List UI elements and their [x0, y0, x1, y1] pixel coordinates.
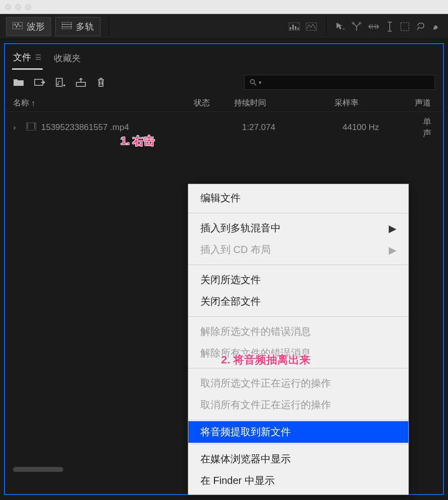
scroll-thumb[interactable]	[13, 467, 63, 472]
svg-point-21	[57, 84, 59, 85]
context-menu: 编辑文件 插入到多轨混音中▶ 插入到 CD 布局▶ 关闭所选文件 关闭全部文件 …	[188, 184, 409, 495]
svg-line-24	[254, 83, 256, 85]
menu-cancel-all-ops: 取消所有文件正在运行的操作	[188, 394, 408, 416]
menu-cancel-selected-ops: 取消所选文件正在运行的操作	[188, 372, 408, 394]
brush-tool-icon[interactable]	[432, 22, 442, 32]
expand-icon[interactable]: ›	[13, 122, 21, 133]
menu-show-in-finder[interactable]: 在 Finder 中显示	[188, 470, 408, 491]
svg-rect-27	[27, 126, 28, 127]
tab-files-label: 文件	[13, 51, 31, 63]
file-duration: 1:27.074	[242, 122, 343, 133]
window-titlebar	[0, 0, 448, 14]
waveform-mode-button[interactable]: 波形	[6, 17, 51, 36]
svg-rect-1	[62, 22, 72, 29]
files-panel: 文件 ☰ 收藏夹 ▾ 名称 ↑ 状态 持续时间 采样率 声道 › 1539523…	[4, 43, 444, 495]
main-toolbar: 波形 多轨 +	[0, 14, 448, 39]
move-tool-icon[interactable]: +	[335, 22, 346, 32]
sort-arrow-icon: ↑	[31, 99, 35, 108]
lasso-tool-icon[interactable]	[416, 22, 426, 32]
file-channels: 单声	[423, 116, 435, 139]
submenu-arrow-icon: ▶	[389, 222, 396, 234]
menu-separator	[188, 444, 408, 444]
file-name: 15395233861557 .mp4	[41, 122, 192, 133]
menu-clear-all-errors: 解除所有文件的错误消息	[188, 342, 408, 364]
menu-separator	[188, 420, 408, 420]
delete-icon[interactable]	[96, 77, 105, 87]
marquee-tool-icon[interactable]	[400, 22, 410, 32]
svg-rect-6	[292, 25, 294, 30]
panel-menu-icon[interactable]: ☰	[35, 53, 42, 61]
toolbar-divider	[108, 18, 109, 36]
new-file-icon[interactable]	[55, 77, 65, 87]
menu-insert-cd: 插入到 CD 布局▶	[188, 239, 408, 261]
svg-rect-8	[297, 28, 299, 30]
menu-separator	[188, 213, 408, 213]
tab-favorites-label: 收藏夹	[54, 52, 81, 64]
svg-rect-31	[34, 128, 35, 129]
video-file-icon	[26, 122, 36, 133]
svg-rect-29	[34, 123, 35, 124]
file-sample-rate: 44100 Hz	[343, 122, 423, 133]
search-icon	[250, 79, 257, 86]
svg-rect-18	[401, 23, 409, 31]
menu-clear-selected-errors: 解除所选文件的错误消息	[188, 321, 408, 342]
close-window-icon[interactable]	[5, 4, 11, 10]
time-selection-tool-icon[interactable]	[386, 21, 394, 32]
menu-separator	[188, 265, 408, 265]
menu-show-in-browser[interactable]: 在媒体浏览器中显示	[188, 448, 408, 470]
menu-edit-file[interactable]: 编辑文件	[188, 187, 408, 209]
file-row[interactable]: › 15395233861557 .mp4 1:27.074 44100 Hz …	[5, 112, 443, 143]
svg-point-23	[251, 80, 255, 84]
spectral-display-icon[interactable]	[289, 23, 300, 31]
minimize-window-icon[interactable]	[15, 4, 21, 10]
column-channels[interactable]: 声道	[415, 98, 435, 108]
submenu-arrow-icon: ▶	[389, 244, 396, 256]
column-status[interactable]: 状态	[194, 98, 234, 108]
pitch-display-icon[interactable]	[306, 23, 317, 31]
maximize-window-icon[interactable]	[25, 4, 31, 10]
menu-close-selected[interactable]: 关闭所选文件	[188, 269, 408, 291]
open-file-icon[interactable]	[13, 78, 24, 87]
column-name[interactable]: 名称 ↑	[13, 98, 194, 108]
svg-rect-5	[290, 27, 291, 30]
column-sample-rate[interactable]: 采样率	[334, 98, 415, 108]
column-duration[interactable]: 持续时间	[234, 98, 334, 108]
multitrack-mode-button[interactable]: 多轨	[55, 17, 100, 36]
tab-files[interactable]: 文件 ☰	[12, 48, 43, 70]
svg-rect-30	[34, 126, 35, 127]
menu-insert-multitrack[interactable]: 插入到多轨混音中▶	[188, 217, 408, 239]
menu-separator	[188, 316, 408, 317]
menu-close-all[interactable]: 关闭全部文件	[188, 291, 408, 312]
svg-rect-20	[56, 78, 62, 86]
panel-tab-bar: 文件 ☰ 收藏夹	[5, 44, 443, 70]
menu-extract-audio[interactable]: 将音频提取到新文件	[188, 421, 408, 443]
multitrack-label: 多轨	[76, 21, 94, 33]
svg-rect-26	[27, 123, 28, 124]
multitrack-icon	[62, 21, 72, 32]
slip-tool-icon[interactable]	[368, 23, 380, 31]
import-file-icon[interactable]	[34, 78, 45, 87]
razor-tool-icon[interactable]	[352, 22, 362, 32]
svg-text:+: +	[343, 27, 345, 32]
svg-rect-22	[76, 82, 85, 86]
record-icon[interactable]	[75, 77, 86, 87]
svg-rect-28	[27, 128, 28, 129]
file-list-header: 名称 ↑ 状态 持续时间 采样率 声道	[5, 95, 443, 112]
tab-favorites[interactable]: 收藏夹	[53, 49, 82, 69]
svg-rect-7	[295, 26, 296, 30]
search-input[interactable]: ▾	[244, 75, 435, 90]
waveform-icon	[13, 21, 23, 32]
panel-toolbar: ▾	[5, 70, 443, 95]
toolbar-divider-2	[326, 18, 326, 36]
menu-separator	[188, 368, 408, 368]
waveform-label: 波形	[27, 21, 45, 33]
